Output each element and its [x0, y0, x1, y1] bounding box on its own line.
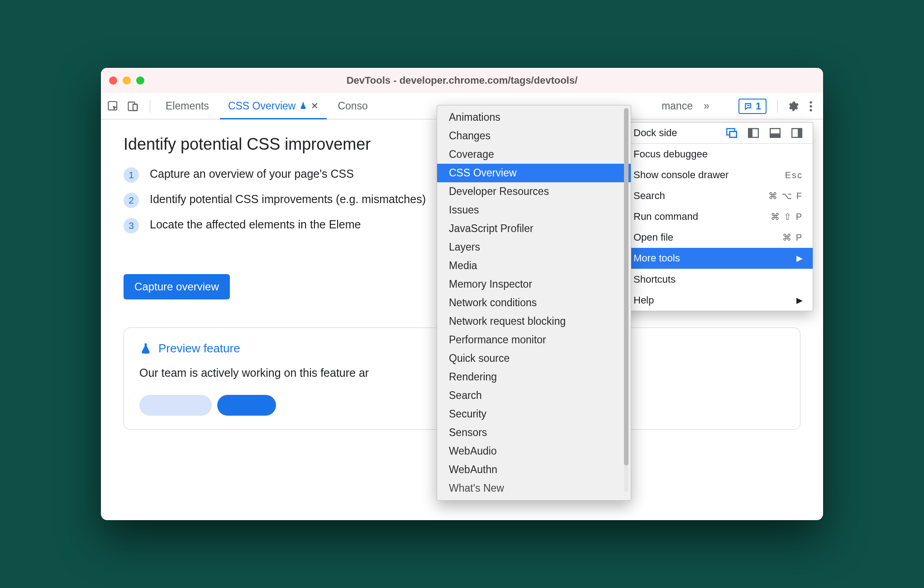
menu-item-more-tools[interactable]: More tools ▶ — [624, 248, 813, 269]
submenu-item[interactable]: Media — [437, 256, 631, 275]
dock-undock-icon[interactable] — [726, 127, 738, 139]
inspect-icon[interactable] — [105, 99, 121, 114]
issues-button[interactable]: 1 — [738, 99, 767, 114]
more-tools-submenu: AnimationsChangesCoverageCSS OverviewDev… — [437, 105, 631, 501]
tab-label: mance — [662, 100, 693, 112]
tab-label: CSS Overview — [228, 100, 296, 112]
svg-rect-11 — [748, 128, 752, 138]
chevron-right-icon: ▶ — [796, 295, 803, 305]
step-text: Locate the affected elements in the Elem… — [150, 217, 361, 232]
gear-icon[interactable] — [785, 99, 800, 114]
step-number: 2 — [124, 193, 139, 208]
step-number: 3 — [124, 218, 139, 233]
chevron-right-double-icon: » — [704, 100, 710, 112]
submenu-item[interactable]: Rendering — [437, 368, 631, 386]
menu-item-help[interactable]: Help ▶ — [624, 290, 813, 311]
flask-icon — [299, 102, 307, 110]
svg-rect-0 — [109, 101, 117, 110]
submenu-item[interactable]: Layers — [437, 238, 631, 256]
maximize-window-button[interactable] — [136, 76, 144, 85]
tab-performance-partial[interactable]: mance — [653, 93, 695, 119]
tab-css-overview[interactable]: CSS Overview ✕ — [220, 94, 327, 119]
close-tab-icon[interactable]: ✕ — [311, 100, 319, 111]
submenu-item[interactable]: WebAudio — [437, 442, 631, 460]
menu-item-shortcuts[interactable]: Shortcuts — [624, 269, 813, 290]
submenu-item[interactable]: Animations — [437, 108, 631, 127]
preview-title: Preview feature — [158, 341, 240, 356]
submenu-item[interactable]: Developer Resources — [437, 182, 631, 201]
submenu-item[interactable]: Sensors — [437, 423, 631, 442]
close-window-button[interactable] — [109, 76, 117, 85]
pill-button[interactable] — [217, 395, 276, 416]
minimize-window-button[interactable] — [123, 76, 131, 85]
menu-item-focus-debuggee[interactable]: Focus debuggee — [624, 144, 813, 165]
submenu-item[interactable]: WebAuthn — [437, 460, 631, 479]
submenu-item[interactable]: Changes — [437, 127, 631, 145]
submenu-item[interactable]: CSS Overview — [437, 164, 631, 182]
menu-item-show-console-drawer[interactable]: Show console drawer Esc — [624, 165, 813, 185]
tabs-overflow-button[interactable]: » — [698, 93, 715, 119]
submenu-item[interactable]: Network request blocking — [437, 312, 631, 331]
submenu-item[interactable]: Performance monitor — [437, 331, 631, 349]
scrollbar[interactable] — [624, 108, 629, 492]
kebab-menu-icon[interactable] — [803, 99, 819, 114]
window-title: DevTools - developer.chrome.com/tags/dev… — [101, 75, 823, 86]
pill-button[interactable] — [139, 395, 212, 416]
svg-rect-13 — [770, 134, 780, 138]
submenu-item[interactable]: Memory Inspector — [437, 275, 631, 294]
submenu-item[interactable]: Search — [437, 386, 631, 405]
dock-right-icon[interactable] — [791, 127, 803, 139]
submenu-item[interactable]: Coverage — [437, 145, 631, 164]
menu-item-open-file[interactable]: Open file ⌘ P — [624, 227, 813, 248]
issues-count: 1 — [756, 100, 761, 112]
svg-point-6 — [810, 109, 812, 111]
step-text: Identify potential CSS improvements (e.g… — [150, 192, 426, 207]
svg-rect-2 — [133, 104, 137, 110]
settings-menu: Dock side Foc — [623, 122, 813, 311]
step-text: Capture an overview of your page's CSS — [150, 166, 354, 182]
capture-overview-button[interactable]: Capture overview — [124, 274, 230, 299]
svg-rect-15 — [798, 128, 802, 138]
devtools-window: DevTools - developer.chrome.com/tags/dev… — [101, 68, 823, 520]
submenu-item[interactable]: Security — [437, 405, 631, 423]
step-number: 1 — [124, 167, 139, 183]
svg-point-5 — [810, 105, 812, 107]
dock-left-icon[interactable] — [748, 127, 759, 139]
submenu-item[interactable]: JavaScript Profiler — [437, 219, 631, 238]
tab-elements[interactable]: Elements — [157, 93, 217, 119]
submenu-item[interactable]: Network conditions — [437, 294, 631, 312]
tab-label: Conso — [338, 100, 367, 112]
dock-side-row: Dock side — [624, 123, 813, 143]
svg-point-4 — [810, 101, 812, 103]
flask-icon — [139, 342, 152, 355]
tab-label: Elements — [166, 100, 209, 112]
dock-bottom-icon[interactable] — [769, 127, 781, 139]
label: Dock side — [633, 127, 677, 139]
submenu-item[interactable]: Quick source — [437, 349, 631, 368]
tab-console[interactable]: Conso — [329, 93, 376, 119]
separator — [150, 100, 150, 113]
device-toggle-icon[interactable] — [125, 99, 141, 114]
svg-rect-8 — [730, 132, 737, 138]
chevron-right-icon: ▶ — [796, 253, 803, 263]
scrollbar-thumb[interactable] — [624, 108, 629, 465]
separator — [777, 100, 778, 113]
submenu-item[interactable]: What's New — [437, 479, 631, 498]
menu-item-search[interactable]: Search ⌘ ⌥ F — [624, 185, 813, 206]
traffic-lights — [109, 76, 144, 85]
menu-item-run-command[interactable]: Run command ⌘ ⇧ P — [624, 206, 813, 227]
submenu-item[interactable]: Issues — [437, 201, 631, 219]
titlebar: DevTools - developer.chrome.com/tags/dev… — [101, 68, 823, 93]
